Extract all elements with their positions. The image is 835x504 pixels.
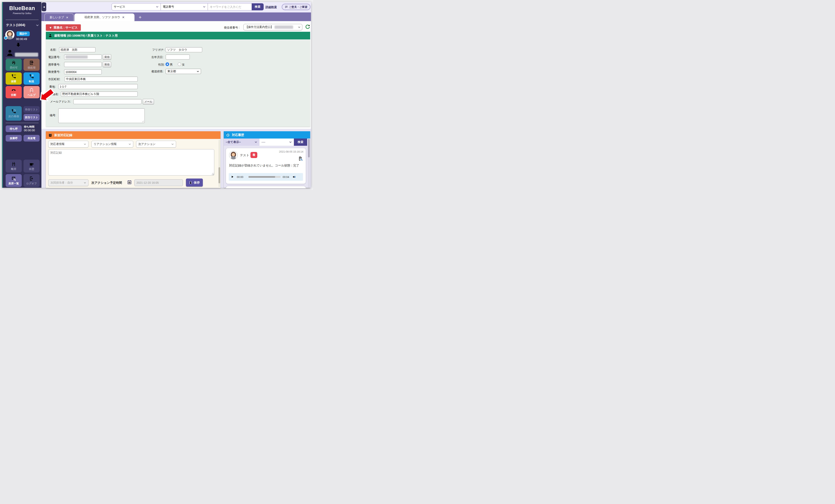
- search-button[interactable]: 検索: [252, 3, 264, 10]
- seat-list-button[interactable]: 座席一覧: [6, 174, 22, 187]
- new-record-title: 新規対応記録: [54, 133, 73, 137]
- audio-player: 00:00 00:04: [229, 173, 303, 181]
- call-list-button[interactable]: 発信リスト: [23, 106, 40, 113]
- birth-input[interactable]: [166, 55, 190, 60]
- wrapup-button[interactable]: 後処理: [23, 59, 40, 71]
- panel-scrollbar[interactable]: [219, 140, 220, 187]
- next-person-select-value: 次回担当者：自分: [50, 181, 73, 185]
- history-panel: 対応履歴 --全て表示-- ---- 検索 テスト 着 2021-08: [224, 131, 310, 188]
- history-filter-select[interactable]: --全て表示--: [224, 139, 259, 146]
- gender-male-radio[interactable]: [166, 62, 169, 66]
- customer-info-header: 顧客情報 (ID:1008679) / 所属リスト : テスト用: [46, 32, 310, 39]
- tab-customer-label: 祖府津 太郎、ソフツ タロウ: [84, 16, 120, 19]
- avatar-face: [232, 153, 235, 156]
- street-input[interactable]: [58, 84, 138, 89]
- disconnect-button[interactable]: 切断: [6, 86, 22, 98]
- chevron-down-icon: [289, 141, 292, 144]
- away-label: 離席: [11, 167, 16, 171]
- next-call-label: 次の発信: [8, 115, 19, 118]
- mobile-input[interactable]: [64, 62, 102, 67]
- dial-phone-button[interactable]: 発信: [103, 54, 111, 60]
- break-label: 休憩: [29, 167, 34, 171]
- chevron-down-icon: [84, 143, 86, 145]
- scrollbar-thumb[interactable]: [308, 139, 310, 157]
- resize-handle[interactable]: [211, 173, 213, 175]
- history-scrollbar[interactable]: [308, 139, 310, 188]
- gender-female-radio[interactable]: [178, 62, 181, 66]
- record-detail-icon[interactable]: [298, 156, 303, 161]
- waiting-calls-label: 待ち呼: [9, 127, 18, 131]
- next-action-select[interactable]: 次アクション: [136, 141, 176, 147]
- avatar-body: [231, 156, 236, 159]
- recall-label: 再架電: [28, 137, 36, 140]
- refresh-icon[interactable]: [305, 24, 310, 30]
- recall-button[interactable]: 再架電: [23, 135, 40, 142]
- calendar-icon[interactable]: [127, 180, 132, 185]
- available-button[interactable]: 受付可: [6, 59, 22, 71]
- record-textarea[interactable]: [48, 149, 214, 176]
- close-icon[interactable]: ✕: [122, 16, 125, 19]
- play-icon[interactable]: [231, 175, 234, 179]
- chevron-down-icon[interactable]: [36, 24, 39, 27]
- entry-message: 対応記録が登録されていません。コール状態：完了: [229, 163, 303, 168]
- responder-select[interactable]: 対応者情報: [48, 141, 88, 147]
- building-input[interactable]: [61, 92, 138, 97]
- hold-button[interactable]: 保留: [6, 73, 22, 85]
- kana-input[interactable]: [166, 47, 202, 52]
- audio-progress-track[interactable]: [248, 176, 281, 178]
- feedback-button[interactable]: ご意見・ご要望: [282, 4, 310, 10]
- tab-new-label: 新しいタブ: [50, 16, 64, 19]
- service-select[interactable]: サービス: [112, 3, 161, 10]
- tab-customer[interactable]: 祖府津 太郎、ソフツ タロウ ✕: [74, 14, 135, 21]
- dial-mobile-button[interactable]: 発信: [103, 62, 111, 67]
- customer-header-label: 顧客情報 (ID:1008679) / 所属リスト : テスト用: [54, 34, 118, 38]
- add-tab-button[interactable]: ＋: [137, 14, 143, 20]
- keyword-input[interactable]: [208, 3, 252, 10]
- name-input[interactable]: [59, 47, 96, 52]
- break-button[interactable]: 休憩: [23, 160, 40, 173]
- transfer-button[interactable]: 転送: [23, 73, 40, 85]
- assigned-list-button[interactable]: 担当リスト: [23, 114, 40, 121]
- speaker-icon[interactable]: [292, 175, 296, 179]
- document-edit-icon: [29, 60, 34, 65]
- gender-label: 性別:: [158, 63, 165, 66]
- advanced-search-link[interactable]: 詳細検索: [266, 5, 277, 9]
- scrollbar-thumb[interactable]: [219, 167, 220, 183]
- save-button[interactable]: 保存: [186, 179, 203, 186]
- next-person-select[interactable]: 次回担当者：自分: [48, 179, 88, 186]
- save-label: 保存: [194, 181, 200, 185]
- sidebar-collapse-button[interactable]: ◀: [42, 2, 46, 11]
- away-button[interactable]: 離席: [6, 160, 22, 173]
- history-search-button[interactable]: 検索: [294, 139, 307, 146]
- pref-select-value: 東京都: [167, 69, 176, 73]
- caller-id-select[interactable]: 【操作方法案内窓口】: [243, 24, 302, 31]
- main-content: ▼ 業務名 : サービス 発信者番号 : 【操作方法案内窓口】 顧客情報 (ID…: [41, 21, 311, 188]
- history-subfilter-select[interactable]: ----: [260, 139, 294, 146]
- business-name-button[interactable]: ▼ 業務名 : サービス: [46, 24, 81, 31]
- logoff-button[interactable]: ログオフ: [23, 174, 40, 187]
- help-button[interactable]: ヘルプ: [23, 86, 40, 98]
- note-textarea[interactable]: [58, 108, 145, 123]
- inbound-call-badge: 着: [250, 152, 257, 158]
- abandoned-button[interactable]: 放棄呼: [6, 135, 22, 142]
- top-search-bar: サービス 電話番号 検索 詳細検索 ご意見・ご要望: [41, 2, 311, 13]
- close-icon[interactable]: ✕: [66, 16, 68, 19]
- next-call-button[interactable]: 次の発信: [6, 106, 22, 121]
- audio-progress-fill: [248, 176, 275, 178]
- email-input[interactable]: [74, 99, 142, 104]
- search-field-select[interactable]: 電話番号: [161, 3, 208, 10]
- schedule-datetime-input[interactable]: 2021-12-20 16:05: [134, 179, 183, 186]
- mail-button[interactable]: メール: [143, 99, 154, 104]
- reaction-select[interactable]: リアクション情報: [91, 141, 133, 147]
- resize-handle[interactable]: [142, 120, 144, 122]
- birth-label: 生年月日:: [151, 56, 163, 59]
- history-filter-value: --全て表示--: [226, 140, 241, 144]
- phone-broadcast-icon: [11, 109, 16, 114]
- mobile-label: 携帯番号:: [48, 63, 60, 66]
- tab-new[interactable]: 新しいタブ ✕: [44, 14, 74, 21]
- zip-input[interactable]: [64, 69, 102, 74]
- city-input[interactable]: [64, 77, 138, 82]
- waiting-calls-button[interactable]: 待ち呼: [6, 125, 22, 132]
- pref-select[interactable]: 東京都: [166, 69, 201, 74]
- search-control-group: サービス 電話番号 検索: [111, 3, 264, 11]
